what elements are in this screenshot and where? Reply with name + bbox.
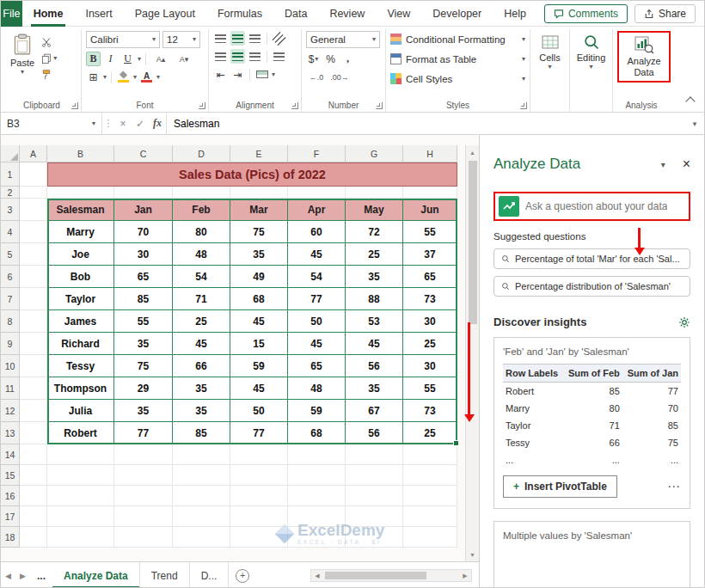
sheet-nav-left-button[interactable]: ◀ (1, 572, 15, 580)
ribbon-tab-formulas[interactable]: Formulas (206, 1, 273, 27)
cell-G12[interactable]: 67 (346, 400, 403, 422)
fill-color-button[interactable] (116, 70, 131, 84)
decrease-decimal-button[interactable]: .00→ (329, 70, 350, 84)
cell-F7[interactable]: 77 (288, 288, 346, 310)
cell-B5[interactable]: Joe (47, 243, 114, 266)
row-header-5[interactable]: 5 (1, 243, 20, 266)
cell-E13[interactable]: 77 (230, 422, 288, 444)
cell-H11[interactable]: 55 (403, 377, 457, 400)
cell-H18[interactable] (403, 527, 457, 548)
cell-C13[interactable]: 77 (114, 422, 173, 444)
merge-center-button[interactable] (254, 67, 269, 82)
sheet-tabs-overflow[interactable]: ... (30, 570, 52, 582)
formula-bar-expand-icon[interactable]: ▾ (685, 113, 704, 134)
cell-A1[interactable] (20, 162, 47, 187)
row-header-12[interactable]: 12 (1, 400, 20, 422)
row-header-10[interactable]: 10 (1, 355, 20, 377)
align-left-button[interactable] (213, 49, 228, 64)
editing-button[interactable]: Editing ▾ (574, 31, 608, 73)
cell-G3[interactable]: May (346, 199, 403, 221)
cell-H5[interactable]: 37 (403, 243, 457, 266)
cell-G10[interactable]: 56 (346, 355, 403, 377)
cell-E6[interactable]: 49 (230, 266, 288, 288)
cancel-button[interactable]: × (114, 113, 132, 134)
bold-button[interactable]: B (86, 52, 101, 66)
cell-G5[interactable]: 25 (346, 243, 403, 266)
cell-H12[interactable]: 73 (403, 400, 457, 422)
clipboard-dialog-launcher[interactable] (71, 102, 78, 109)
cell-F8[interactable]: 50 (288, 310, 346, 333)
cells-button[interactable]: Cells ▾ (535, 31, 565, 73)
cell-B10[interactable]: Tessy (47, 355, 114, 377)
cell-F2[interactable] (288, 187, 346, 199)
shrink-font-button[interactable]: A▾ (174, 52, 194, 66)
cell-G13[interactable]: 56 (346, 422, 403, 444)
font-size-select[interactable]: 12▾ (162, 31, 200, 48)
cell-G17[interactable] (346, 506, 403, 527)
cell-D6[interactable]: 54 (173, 266, 230, 288)
cell-C3[interactable]: Jan (114, 199, 173, 221)
cell-C18[interactable] (114, 527, 173, 548)
cell-F13[interactable]: 68 (288, 422, 346, 444)
cell-C14[interactable] (114, 444, 173, 465)
row-header-7[interactable]: 7 (1, 288, 20, 310)
cell-B15[interactable] (47, 465, 114, 486)
increase-indent-button[interactable]: ⇥ (230, 67, 245, 82)
cell-A16[interactable] (20, 486, 47, 506)
cell-D16[interactable] (173, 486, 230, 506)
cell-F4[interactable]: 60 (288, 221, 346, 243)
new-sheet-button[interactable]: + (236, 569, 249, 583)
cell-G18[interactable] (346, 527, 403, 548)
cell-G7[interactable]: 88 (346, 288, 403, 310)
cell-D5[interactable]: 48 (173, 243, 230, 266)
cell-D3[interactable]: Feb (173, 199, 230, 221)
cell-H6[interactable]: 65 (403, 266, 457, 288)
cell-B9[interactable]: Richard (47, 333, 114, 355)
cell-D10[interactable]: 66 (173, 355, 230, 377)
cell-B6[interactable]: Bob (47, 266, 114, 288)
suggestion-chip-2[interactable]: Percentage distribution of 'Salesman' (494, 276, 690, 297)
row-header-3[interactable]: 3 (1, 199, 20, 221)
cell-G15[interactable] (346, 465, 403, 486)
ask-question-input[interactable]: Ask a question about your data (494, 192, 690, 221)
cell-A2[interactable] (20, 187, 47, 199)
pane-close-button[interactable]: × (683, 157, 690, 171)
comma-style-button[interactable]: , (340, 52, 355, 66)
row-header-6[interactable]: 6 (1, 266, 20, 288)
paste-button[interactable]: Paste ▾ (7, 31, 38, 81)
cell-D9[interactable]: 45 (173, 333, 230, 355)
cell-H10[interactable]: 30 (403, 355, 457, 377)
insights-settings-gear-icon[interactable] (678, 316, 690, 328)
insert-pivottable-button[interactable]: + Insert PivotTable (503, 475, 617, 498)
bottom-align-button[interactable] (248, 31, 262, 46)
vertical-scroll-thumb[interactable] (469, 161, 477, 324)
accounting-format-button[interactable]: $▾ (306, 52, 321, 66)
cell-C6[interactable]: 65 (114, 266, 173, 288)
cell-D15[interactable] (173, 465, 230, 486)
cell-A8[interactable] (20, 310, 47, 333)
cell-A15[interactable] (20, 465, 47, 486)
merge-dropdown-icon[interactable]: ▾ (272, 71, 275, 78)
underline-dropdown-icon[interactable]: ▾ (138, 56, 141, 63)
row-header-9[interactable]: 9 (1, 333, 20, 355)
cell-F15[interactable] (288, 465, 346, 486)
cell-C17[interactable] (114, 506, 173, 527)
number-dialog-launcher[interactable] (376, 102, 383, 109)
format-painter-button[interactable] (41, 68, 57, 81)
cell-C16[interactable] (114, 486, 173, 506)
cell-F12[interactable]: 59 (288, 400, 346, 422)
cell-G8[interactable]: 53 (346, 310, 403, 333)
cell-C8[interactable]: 55 (114, 310, 173, 333)
ribbon-tab-home[interactable]: Home (22, 1, 75, 27)
column-header-h[interactable]: H (403, 145, 457, 162)
comments-button[interactable]: Comments (544, 4, 628, 23)
column-header-f[interactable]: F (288, 145, 346, 162)
borders-button[interactable]: ⊞ (86, 70, 101, 84)
cell-F6[interactable]: 54 (288, 266, 346, 288)
cell-C7[interactable]: 85 (114, 288, 173, 310)
pane-menu-button[interactable]: ▾ (661, 160, 665, 169)
share-button[interactable]: Share (634, 4, 696, 23)
cell-B18[interactable] (47, 527, 114, 548)
cell-A18[interactable] (20, 527, 47, 548)
underline-button[interactable]: U (120, 52, 135, 66)
